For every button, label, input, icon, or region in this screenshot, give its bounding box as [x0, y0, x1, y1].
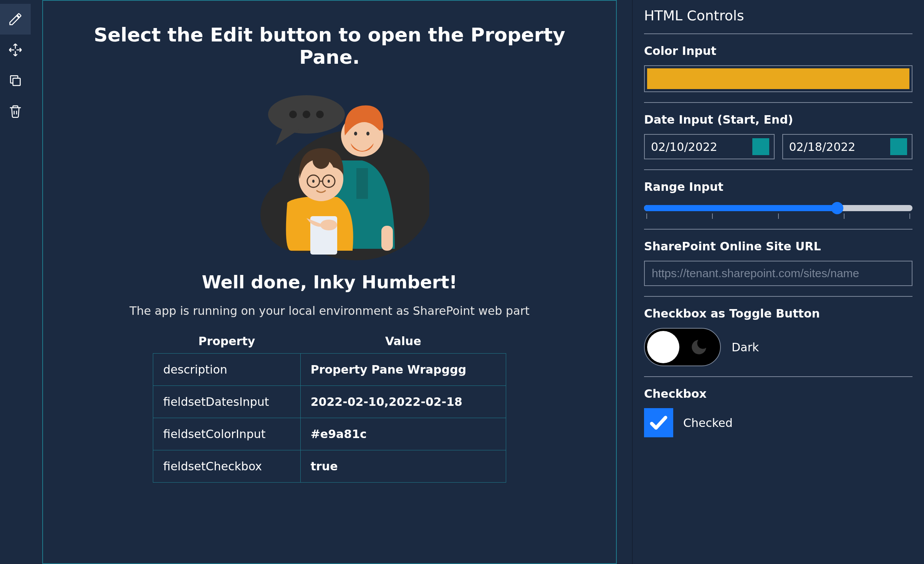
svg-point-9: [354, 132, 357, 136]
webpart-greeting: Well done, Inky Humbert!: [62, 272, 597, 293]
table-cell-value: #e9a81c: [300, 418, 506, 450]
dark-mode-toggle[interactable]: [644, 328, 721, 366]
siteurl-input[interactable]: [644, 261, 912, 286]
move-button[interactable]: [0, 35, 31, 65]
svg-point-10: [366, 132, 369, 136]
property-table: Property Value description Property Pane…: [153, 329, 506, 483]
pane-title: HTML Controls: [644, 8, 912, 23]
property-pane: HTML Controls Color Input Date Input (St…: [632, 0, 924, 564]
divider: [644, 296, 912, 297]
pencil-icon: [8, 12, 23, 26]
date-start-value: 02/10/2022: [651, 140, 717, 154]
webpart-container[interactable]: Select the Edit button to open the Prope…: [42, 0, 617, 564]
color-swatch-fill: [647, 68, 909, 89]
svg-point-18: [328, 180, 330, 183]
move-icon: [8, 43, 23, 57]
date-picker-icon[interactable]: [890, 138, 907, 155]
divider: [644, 229, 912, 230]
date-start-input[interactable]: 02/10/2022: [644, 134, 775, 159]
svg-point-6: [316, 111, 324, 118]
color-input-label: Color Input: [644, 44, 912, 58]
divider: [644, 33, 912, 34]
checkbox-input[interactable]: [644, 408, 673, 437]
color-input[interactable]: [644, 65, 912, 92]
table-cell-property: fieldsetColorInput: [153, 418, 301, 450]
svg-point-5: [303, 111, 310, 118]
webpart-title: Select the Edit button to open the Prope…: [62, 24, 597, 68]
range-input[interactable]: [644, 201, 912, 219]
date-input-label: Date Input (Start, End): [644, 113, 912, 126]
canvas: Select the Edit button to open the Prope…: [35, 0, 632, 564]
svg-point-13: [313, 152, 330, 169]
copy-icon: [8, 73, 23, 88]
svg-rect-7: [356, 168, 368, 199]
table-row: description Property Pane Wrapggg: [153, 354, 506, 386]
trash-icon: [8, 104, 23, 119]
checkbox-section-label: Checkbox: [644, 387, 912, 400]
table-cell-value: 2022-02-10,2022-02-18: [300, 386, 506, 418]
toggle-knob: [647, 331, 679, 363]
table-cell-property: fieldsetDatesInput: [153, 386, 301, 418]
duplicate-button[interactable]: [0, 65, 31, 96]
table-row: fieldsetDatesInput 2022-02-10,2022-02-18: [153, 386, 506, 418]
svg-point-4: [289, 111, 297, 118]
webpart-toolbar: [0, 0, 35, 564]
svg-rect-11: [381, 226, 393, 251]
divider: [644, 376, 912, 377]
divider: [644, 169, 912, 170]
people-illustration: [230, 80, 429, 260]
range-thumb[interactable]: [831, 202, 843, 214]
table-header-value: Value: [300, 329, 506, 354]
divider: [644, 102, 912, 103]
date-end-input[interactable]: 02/18/2022: [782, 134, 913, 159]
table-header-property: Property: [153, 329, 301, 354]
moon-icon: [689, 337, 709, 357]
svg-point-17: [312, 180, 315, 183]
table-cell-property: description: [153, 354, 301, 386]
table-cell-value: Property Pane Wrapggg: [300, 354, 506, 386]
svg-rect-0: [13, 78, 20, 86]
siteurl-label: SharePoint Online Site URL: [644, 240, 912, 253]
range-ticks: [644, 213, 912, 219]
delete-button[interactable]: [0, 96, 31, 127]
table-cell-property: fieldsetCheckbox: [153, 450, 301, 483]
date-picker-icon[interactable]: [752, 138, 769, 155]
toggle-section-label: Checkbox as Toggle Button: [644, 307, 912, 320]
svg-point-20: [320, 220, 337, 230]
check-icon: [648, 412, 669, 433]
range-input-label: Range Input: [644, 180, 912, 194]
table-row: fieldsetCheckbox true: [153, 450, 506, 483]
table-cell-value: true: [300, 450, 506, 483]
illustration-wrap: [62, 80, 597, 260]
table-row: fieldsetColorInput #e9a81c: [153, 418, 506, 450]
toggle-option-label: Dark: [732, 341, 759, 354]
date-end-value: 02/18/2022: [789, 140, 856, 154]
webpart-description: The app is running on your local environ…: [62, 304, 597, 318]
edit-button[interactable]: [0, 4, 31, 35]
checkbox-option-label: Checked: [683, 416, 733, 430]
